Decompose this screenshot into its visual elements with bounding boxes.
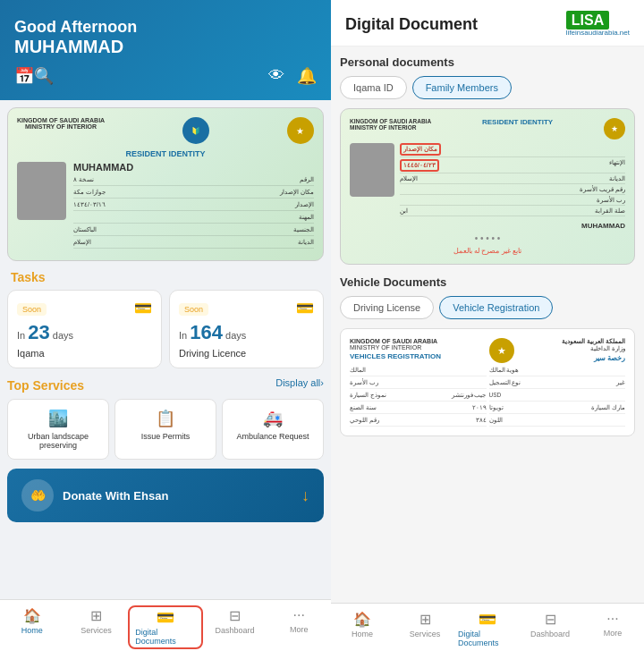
nav-services-label: Services: [80, 626, 112, 635]
id-field-row: الإسلامالديانة: [73, 239, 314, 249]
id-field-row: المهنة: [73, 214, 314, 224]
digital-docs-icon: 💳: [157, 609, 174, 626]
rnav-dashboard[interactable]: ⊟ Dashboard: [519, 609, 581, 649]
calendar-icon[interactable]: 📅: [14, 66, 34, 86]
vehicle-field-owner-id: هوية المالك: [489, 367, 626, 376]
donate-banner[interactable]: 🤲 Donate With Ehsan ↓: [7, 469, 324, 522]
vehicle-field-owner: المالك: [350, 367, 487, 376]
rnav-services-icon: ⊞: [419, 611, 431, 628]
right-id-type: RESIDENT IDENTITY: [482, 118, 553, 140]
rnav-home[interactable]: 🏠 Home: [331, 609, 394, 649]
right-id-country: KINGDOM OF SAUDI ARABIA MINISTRY OF INTE…: [350, 118, 431, 140]
header-icons: 📅 🔍 👁 🔔: [14, 66, 317, 86]
left-panel: Good Afternoon MUHAMMAD 📅 🔍 👁 🔔 KINGDOM …: [0, 0, 331, 651]
left-id-card: KINGDOM OF SAUDI ARABIA MINISTRY OF INTE…: [7, 107, 324, 261]
service-ambulance[interactable]: 🚑 Ambulance Request: [222, 399, 324, 460]
service-urban-label: Urban landscape preserving: [13, 432, 103, 450]
service-permits[interactable]: 📋 Issue Permits: [114, 399, 216, 460]
id-field-row: الباكستانالجنسية: [73, 226, 314, 236]
service-urban[interactable]: 🏙️ Urban landscape preserving: [7, 399, 109, 460]
home-icon: 🏠: [23, 607, 41, 624]
right-id-card-inner: مكان الإصدار ١٤٤٥/٠٤/٢٣ الإنتهاء الإسلام…: [350, 143, 625, 218]
vehicle-field-reg-type: نوع التسجيلغير: [489, 379, 626, 389]
right-id-field-row4: رقم قريب الأسرة: [400, 186, 625, 195]
right-id-field-row5: رب الأسرة: [400, 197, 625, 206]
rnav-digital-docs[interactable]: 💳 Digital Documents: [456, 609, 519, 649]
digital-doc-title: Digital Document: [345, 15, 478, 33]
id-card-name-field: MUHAMMAD نسخة ٨الرقم جوازات مكةمكان الإص…: [73, 162, 314, 251]
rnav-more-icon: ···: [606, 611, 618, 627]
chevron-right-icon: ›: [320, 377, 324, 388]
eye-icon[interactable]: 👁: [268, 66, 284, 86]
task-days-driving: In 164 days: [179, 321, 314, 344]
rnav-home-label: Home: [352, 630, 373, 638]
id-field-row: جوازات مكةمكان الإصدار: [73, 189, 314, 199]
tab-driving-license[interactable]: Driving License: [340, 296, 434, 319]
right-bottom-nav: 🏠 Home ⊞ Services 💳 Digital Documents ⊟ …: [331, 603, 644, 651]
right-header: Digital Document LISA lifeinsaudiarabia.…: [331, 0, 644, 46]
nav-digital-docs-label: Digital Documents: [135, 628, 196, 646]
vehicle-docs-tabs: Driving License Vehicle Registration: [340, 296, 635, 319]
nav-services[interactable]: ⊞ Services: [64, 605, 129, 649]
expiry-notice: تابع غير مصرح له بالعمل: [350, 247, 625, 255]
id-card-logo: 🔰: [182, 117, 209, 144]
rnav-services-label: Services: [410, 630, 441, 638]
vehicle-field-make: تويوتامارك السيارة: [489, 404, 626, 414]
rnav-more[interactable]: ··· More: [581, 609, 644, 649]
right-id-field-row2: ١٤٤٥/٠٤/٢٣ الإنتهاء: [400, 159, 625, 173]
nav-dashboard-label: Dashboard: [216, 626, 255, 635]
task-card-icon: 💳: [134, 300, 152, 317]
task-days-iqama: In 23 days: [17, 321, 152, 344]
user-name: MUHAMMAD: [14, 37, 317, 57]
task-soon-badge: Soon: [17, 303, 47, 316]
rnav-services[interactable]: ⊞ Services: [394, 609, 456, 649]
tasks-row: Soon 💳 In 23 days Iqama Soon 💳 In 164 da…: [7, 290, 324, 368]
id-card-fields: نسخة ٨الرقم جوازات مكةمكان الإصدار ١٤٣٤/…: [73, 176, 314, 249]
vehicle-emblem-circle: ★: [489, 338, 514, 363]
vehicle-field-usd: USD: [489, 392, 626, 402]
nav-more[interactable]: ··· More: [267, 605, 331, 649]
vehicle-docs-heading: Vehicle Documents: [340, 275, 635, 289]
vehicle-ksa-left: KINGDOM OF SAUDI ARABIA MINISTRY OF INTE…: [350, 338, 441, 360]
donate-text: Donate With Ehsan: [63, 489, 168, 503]
vehicle-fields: المالك هوية المالك رب الأسرة نوع التسجيل…: [350, 367, 625, 427]
right-id-issue-date: ١٤٤٥/٠٤/٢٣: [400, 159, 439, 172]
personal-docs-tabs: Iqama ID Family Members: [340, 76, 635, 99]
task-label-iqama: Iqama: [17, 348, 152, 359]
more-icon: ···: [293, 607, 305, 623]
tab-vehicle-registration[interactable]: Vehicle Registration: [439, 296, 553, 319]
right-id-field-row6: ابنصلة القرابة: [400, 207, 625, 216]
tasks-title: Tasks: [11, 270, 320, 284]
left-content: KINGDOM OF SAUDI ARABIA MINISTRY OF INTE…: [0, 100, 331, 599]
task-card-icon2: 💳: [296, 300, 314, 317]
lisa-section: LISA lifeinsaudiarabia.net: [566, 13, 630, 37]
vehicle-reg-card: KINGDOM OF SAUDI ARABIA MINISTRY OF INTE…: [340, 328, 635, 436]
nav-home[interactable]: 🏠 Home: [0, 605, 64, 649]
display-all[interactable]: Display all ›: [275, 377, 324, 388]
tab-iqama-id[interactable]: Iqama ID: [340, 76, 407, 99]
dashboard-icon: ⊟: [229, 607, 241, 624]
right-panel: Digital Document LISA lifeinsaudiarabia.…: [331, 0, 644, 651]
search-icon[interactable]: 🔍: [34, 66, 54, 86]
id-card-country: KINGDOM OF SAUDI ARABIA MINISTRY OF INTE…: [17, 117, 105, 130]
nav-home-label: Home: [21, 626, 43, 635]
personal-docs-heading: Personal documents: [340, 55, 635, 69]
right-id-emblem: ★: [604, 118, 625, 140]
right-id-card: KINGDOM OF SAUDI ARABIA MINISTRY OF INTE…: [340, 108, 635, 265]
rnav-dashboard-label: Dashboard: [530, 630, 570, 638]
service-ambulance-label: Ambulance Request: [228, 432, 318, 441]
nav-dashboard[interactable]: ⊟ Dashboard: [203, 605, 267, 649]
rnav-docs-icon: 💳: [479, 611, 496, 628]
vehicle-emblem: ★: [489, 338, 514, 363]
right-id-issue-label: مكان الإصدار: [400, 143, 441, 156]
services-header: Top Services Display all ›: [7, 377, 324, 393]
bell-icon[interactable]: 🔔: [297, 66, 317, 86]
id-card-resident-type: RESIDENT IDENTITY: [17, 149, 314, 158]
donate-arrow-icon: ↓: [301, 486, 309, 505]
vehicle-card-header: KINGDOM OF SAUDI ARABIA MINISTRY OF INTE…: [350, 338, 625, 363]
nav-digital-docs[interactable]: 💳 Digital Documents: [128, 605, 203, 649]
tab-family-members[interactable]: Family Members: [412, 76, 512, 99]
id-card-header: KINGDOM OF SAUDI ARABIA MINISTRY OF INTE…: [17, 117, 314, 144]
id-card-content: MUHAMMAD نسخة ٨الرقم جوازات مكةمكان الإص…: [17, 162, 314, 251]
vehicle-field-model: نموذج السيارةجيب فورنتشر: [350, 392, 487, 402]
